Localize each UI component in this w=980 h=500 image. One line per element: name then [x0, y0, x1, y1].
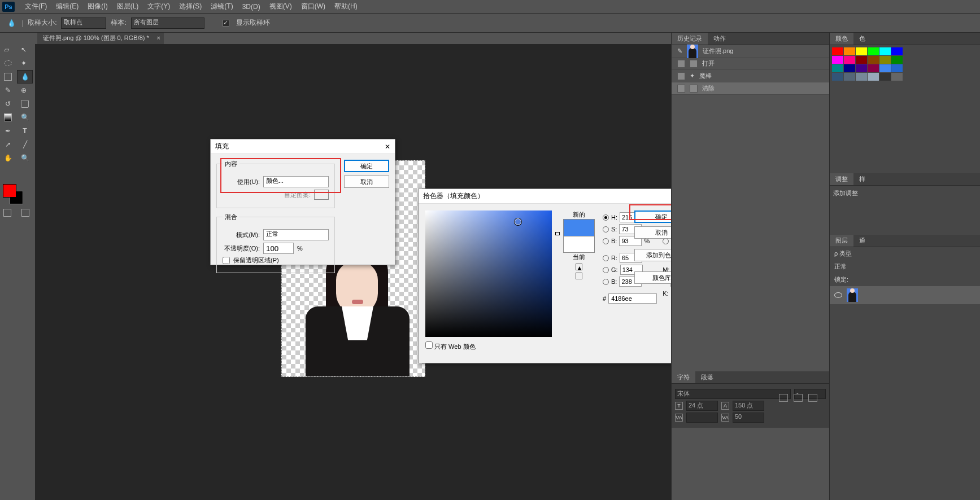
artboard-tool[interactable]: ↖ [17, 43, 33, 56]
swatch-color[interactable] [879, 47, 891, 55]
type-tool[interactable]: T [17, 124, 33, 138]
opacity-input[interactable] [263, 243, 294, 254]
quick-select-tool[interactable]: ✦ [17, 56, 33, 70]
fill-dialog-titlebar[interactable]: 填充 ✕ [211, 139, 395, 154]
swatch-color[interactable] [856, 64, 867, 72]
tracking-select[interactable]: 50 [733, 413, 764, 423]
gradient-tool[interactable] [0, 111, 16, 124]
b2-radio[interactable] [603, 279, 609, 285]
line-tool[interactable]: ╱ [17, 138, 33, 151]
zoom-tool[interactable]: 🔍 [17, 151, 33, 165]
h-radio[interactable] [603, 214, 609, 221]
brush-tool[interactable]: ✎ [0, 84, 16, 97]
r-radio[interactable] [603, 255, 609, 261]
cube-icon[interactable] [576, 273, 582, 279]
color-cursor[interactable] [515, 218, 521, 225]
show-ring-checkbox[interactable] [223, 20, 229, 27]
swatch-color[interactable] [879, 73, 891, 81]
font-family-select[interactable]: 宋体 [675, 389, 791, 399]
layer-row[interactable] [830, 286, 980, 304]
hue-cursor[interactable] [555, 232, 560, 235]
channels-tab[interactable]: 通 [853, 235, 871, 247]
pattern-swatch[interactable] [314, 190, 329, 200]
current-color-swatch[interactable] [563, 236, 595, 253]
swatch-color[interactable] [891, 47, 903, 55]
color-tab[interactable]: 颜色 [830, 33, 853, 45]
swatch-color[interactable] [868, 64, 879, 72]
swatch-color[interactable] [856, 56, 867, 64]
styles-tab[interactable]: 样 [853, 173, 871, 185]
history-tab[interactable]: 历史记录 [672, 33, 708, 45]
warning-icon[interactable]: ▲ [576, 264, 582, 270]
preserve-transparency-checkbox[interactable] [223, 257, 230, 264]
foreground-color[interactable] [3, 184, 16, 198]
adjust-tab[interactable]: 调整 [830, 173, 853, 185]
history-item-wand[interactable]: ✦ 魔棒 [672, 70, 829, 82]
kerning-select[interactable] [686, 413, 718, 423]
history-item-clear[interactable]: 清除 [672, 82, 829, 95]
close-tab-icon[interactable]: × [156, 34, 160, 41]
para-tab[interactable]: 段落 [695, 371, 719, 383]
swatch-color[interactable] [844, 64, 855, 72]
swatch-color[interactable] [832, 73, 843, 81]
visibility-icon[interactable] [834, 292, 842, 298]
crop-tool[interactable] [0, 70, 16, 84]
swatches-tab[interactable]: 色 [853, 33, 871, 45]
swatch-color[interactable] [868, 47, 879, 55]
menu-select[interactable]: 选择(S) [175, 2, 206, 11]
pen-tool[interactable]: ✒ [0, 124, 16, 138]
document-tab[interactable]: 证件照.png @ 100% (图层 0, RGB/8) * × [37, 33, 164, 44]
layers-tab[interactable]: 图层 [830, 235, 853, 247]
eyedropper-tool[interactable]: 💧 [17, 70, 33, 84]
use-select[interactable]: 颜色... [263, 176, 329, 187]
menu-image[interactable]: 图像(I) [83, 2, 112, 11]
swatch-color[interactable] [832, 47, 843, 55]
path-tool[interactable]: ↗ [0, 138, 16, 151]
swatch-color[interactable] [844, 47, 855, 55]
menu-layer[interactable]: 图层(L) [112, 2, 143, 11]
menu-edit[interactable]: 编辑(E) [51, 2, 83, 11]
trash-icon[interactable] [808, 394, 817, 402]
menu-view[interactable]: 视图(V) [265, 2, 297, 11]
font-size-select[interactable]: 24 点 [686, 401, 718, 411]
close-icon[interactable]: ✕ [385, 143, 390, 151]
actions-tab[interactable]: 动作 [708, 33, 731, 45]
hand-tool[interactable]: ✋ [0, 151, 16, 165]
color-field[interactable] [425, 210, 552, 337]
lasso-tool[interactable] [0, 56, 16, 70]
eraser-tool[interactable] [17, 97, 33, 111]
fill-cancel-button[interactable]: 取消 [344, 176, 389, 188]
blur-tool[interactable]: 🔍 [17, 111, 33, 124]
fill-ok-button[interactable]: 确定 [344, 160, 389, 172]
swatch-color[interactable] [879, 56, 891, 64]
swatch-color[interactable] [856, 73, 867, 81]
swatch-color[interactable] [891, 64, 903, 72]
swatch-color[interactable] [856, 47, 867, 55]
sample-size-select[interactable]: 取样点 [61, 17, 106, 29]
swatch-color[interactable] [868, 73, 879, 81]
b-radio[interactable] [603, 238, 609, 244]
g-radio[interactable] [603, 267, 609, 273]
camera-icon[interactable] [794, 394, 803, 402]
menu-window[interactable]: 窗口(W) [297, 2, 330, 11]
swatch-color[interactable] [879, 64, 891, 72]
sample-select[interactable]: 所有图层 [131, 17, 204, 29]
menu-help[interactable]: 帮助(H) [330, 2, 362, 11]
hex-input[interactable] [608, 293, 657, 304]
swatch-color[interactable] [832, 64, 843, 72]
swatch-color[interactable] [868, 56, 879, 64]
color-picker-titlebar[interactable]: 拾色器（填充颜色） ✕ [419, 189, 695, 204]
clone-tool[interactable]: ⊕ [17, 84, 33, 97]
swatch-color[interactable] [844, 56, 855, 64]
menu-file[interactable]: 文件(F) [20, 2, 51, 11]
history-item-open[interactable]: 打开 [672, 58, 829, 70]
web-only-checkbox[interactable] [425, 341, 433, 349]
swatch-color[interactable] [844, 73, 855, 81]
layer-blend-row[interactable]: 正常 [830, 260, 980, 273]
swatch-color[interactable] [891, 56, 903, 64]
menu-type[interactable]: 文字(Y) [143, 2, 175, 11]
new-snapshot-icon[interactable] [779, 394, 788, 402]
char-tab[interactable]: 字符 [672, 371, 695, 383]
swatch-color[interactable] [832, 56, 843, 64]
history-source[interactable]: ✎ 证件照.png [672, 45, 829, 58]
